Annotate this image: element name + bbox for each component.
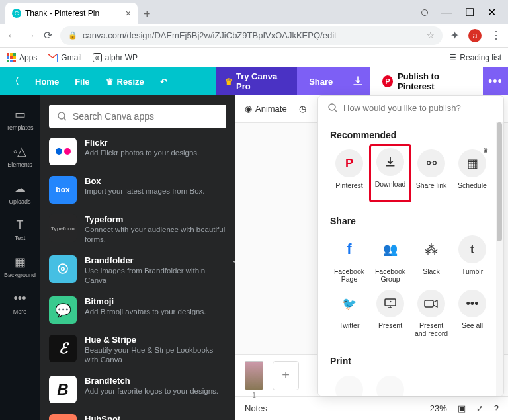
tab-title: Thank - Pinterest Pin (25, 9, 99, 18)
fullscreen-icon[interactable]: ⤢ (476, 403, 484, 413)
app-row-typeform[interactable]: TypeformTypeformConnect with your audien… (49, 214, 226, 245)
search-apps-field[interactable] (49, 105, 226, 128)
facebook-icon: f (335, 235, 363, 263)
kebab-menu-icon[interactable]: ⋮ (491, 29, 501, 42)
timer-button[interactable]: ◷ (299, 104, 306, 114)
option-label: Pinterest (335, 181, 362, 197)
app-icon (49, 138, 77, 165)
close-tab-icon[interactable]: × (126, 8, 131, 19)
reload-icon[interactable]: ⟳ (44, 29, 52, 42)
nav-label: Templates (6, 124, 33, 131)
bookmark-apps[interactable]: Apps (7, 53, 37, 62)
apps-grid-icon (7, 53, 16, 62)
background-icon: ▦ (15, 255, 26, 269)
undo-button[interactable]: ↶ (160, 77, 167, 87)
file-menu[interactable]: File (75, 77, 89, 87)
publish-option-pinterest[interactable]: P Pinterest (330, 148, 368, 198)
browser-tab[interactable]: C Thank - Pinterest Pin × (5, 3, 138, 24)
apps-side-panel: FlickrAdd Flickr photos to your designs.… (40, 95, 235, 420)
option-label: Slack (423, 267, 440, 283)
uploads-icon: ☁ (14, 181, 26, 196)
publish-option-download[interactable]: Download (369, 144, 411, 202)
grid-view-icon[interactable]: ▣ (458, 403, 466, 413)
resize-menu[interactable]: ♛Resize (106, 77, 144, 87)
back-icon[interactable]: ← (7, 30, 17, 42)
maximize-icon[interactable]: ☐ (465, 6, 474, 19)
option-label: Facebook Group (372, 267, 408, 283)
help-icon[interactable]: ? (494, 403, 499, 413)
forward-icon[interactable]: → (25, 30, 36, 42)
more-options-button[interactable]: ••• (483, 67, 508, 95)
app-row-bitmoji[interactable]: 💬BitmojiAdd Bitmoji avatars to your desi… (49, 296, 226, 324)
publish-search-input[interactable] (343, 103, 494, 113)
option-label: Facebook Page (331, 267, 367, 283)
share-option-slack[interactable]: ⁂ Slack (412, 234, 450, 284)
page-thumbnail-1[interactable]: 1 (245, 361, 263, 390)
try-canva-pro-button[interactable]: ♛ Try Canva Pro (216, 67, 297, 95)
animate-button[interactable]: ◉ Animate (245, 104, 287, 114)
nav-uploads[interactable]: ☁ Uploads (0, 176, 40, 210)
share-option-see-all[interactable]: ••• See all (453, 288, 491, 339)
bookmark-gmail[interactable]: Gmail (48, 53, 81, 62)
publish-to-pinterest-button[interactable]: P Publish to Pinterest (374, 71, 479, 92)
browser-account-icon[interactable] (421, 9, 428, 16)
ellipsis-icon: ••• (458, 290, 486, 317)
notes-button[interactable]: Notes (245, 403, 267, 413)
share-option-facebook-group[interactable]: 👥 Facebook Group (371, 234, 409, 284)
app-row-hue-stripe[interactable]: ℰHue & StripeBeautify your Hue & Stripe … (49, 335, 226, 365)
record-icon (417, 290, 445, 317)
recommended-title: Recommended (330, 130, 491, 140)
nav-label: More (13, 308, 27, 315)
scrollbar-thumb[interactable] (497, 122, 502, 241)
nav-elements[interactable]: ◦△ Elements (0, 139, 40, 173)
new-tab-button[interactable]: + (138, 5, 157, 24)
back-button[interactable]: 〈 (11, 75, 19, 87)
option-label: Tumblr (462, 267, 483, 283)
profile-avatar[interactable]: a (468, 29, 482, 42)
reading-list[interactable]: ☰ Reading list (449, 53, 501, 62)
publish-option-schedule[interactable]: ▦♛ Schedule (453, 148, 491, 198)
bookmark-alphr[interactable]: α alphr WP (93, 53, 138, 62)
zoom-level[interactable]: 23% (430, 403, 447, 413)
app-row-box[interactable]: boxBoxImport your latest images from Box… (49, 176, 226, 204)
nav-more[interactable]: ••• More (0, 286, 40, 320)
share-option-present[interactable]: Present (371, 288, 409, 339)
share-option-tumblr[interactable]: t Tumblr (453, 234, 491, 284)
popup-scrollbar[interactable] (496, 122, 503, 396)
publish-search[interactable] (318, 96, 503, 120)
extensions-icon[interactable]: ✦ (450, 29, 459, 42)
alphr-icon: α (93, 53, 102, 62)
download-button[interactable] (345, 67, 370, 95)
search-apps-input[interactable] (73, 111, 218, 122)
print-section: Print (318, 347, 503, 396)
lock-icon: 🔒 (68, 31, 77, 40)
star-icon[interactable]: ☆ (427, 30, 435, 40)
app-row-brandfolder[interactable]: ⦾BrandfolderUse images from Brandfolder … (49, 255, 226, 286)
share-option-twitter[interactable]: 🐦 Twitter (330, 288, 368, 339)
search-icon (57, 111, 67, 122)
app-description: Import your latest images from Box. (85, 187, 226, 196)
close-window-icon[interactable]: ✕ (487, 6, 496, 19)
publish-option-sharelink[interactable]: ⚯ Share link (412, 148, 450, 198)
recommended-section: Recommended P Pinterest Download ⚯ (318, 120, 503, 206)
option-label: Schedule (458, 181, 487, 197)
share-option-present-record[interactable]: Present and record (412, 288, 450, 339)
app-row-hubspot[interactable]: HubSpot (49, 414, 226, 420)
print-title: Print (330, 356, 491, 366)
home-link[interactable]: Home (35, 77, 59, 87)
url-input[interactable]: 🔒 canva.com/design/DAEmEj5Bj2w/iZJiCbZ9T… (60, 26, 443, 45)
print-option[interactable] (371, 374, 409, 396)
twitter-icon: 🐦 (335, 290, 363, 317)
app-name: Brandfolder (85, 255, 226, 265)
nav-background[interactable]: ▦ Background (0, 249, 40, 284)
nav-templates[interactable]: ▭ Templates (0, 102, 40, 136)
print-thumb-icon (376, 376, 404, 396)
app-row-brandfetch[interactable]: BBrandfetchAdd your favorite logos to yo… (49, 376, 226, 403)
add-page-button[interactable]: + (273, 361, 299, 390)
share-button[interactable]: Share (297, 67, 345, 95)
print-option[interactable] (330, 374, 368, 396)
app-row-flickr[interactable]: FlickrAdd Flickr photos to your designs. (49, 138, 226, 165)
share-option-facebook-page[interactable]: f Facebook Page (330, 234, 368, 284)
nav-text[interactable]: T Text (0, 213, 40, 247)
minimize-icon[interactable]: — (441, 7, 452, 19)
